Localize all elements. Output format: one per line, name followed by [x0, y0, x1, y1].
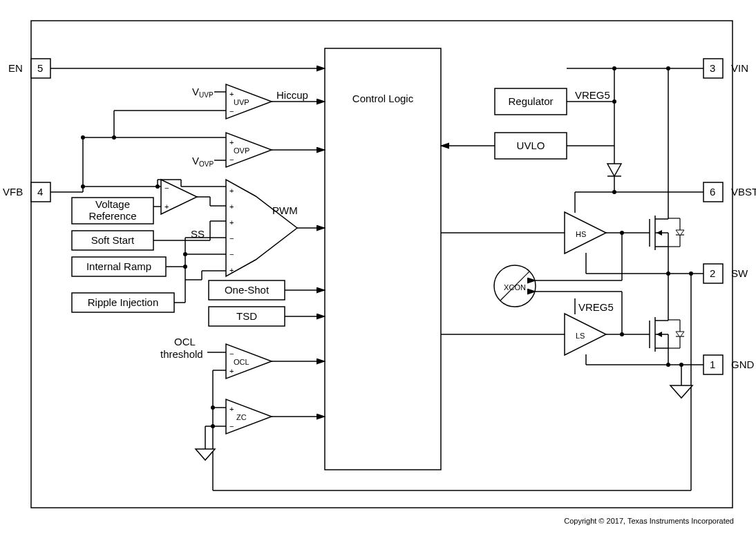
ovp-label: OVP: [234, 146, 249, 155]
svg-text:+: +: [229, 202, 234, 211]
svg-text:−: −: [229, 234, 234, 242]
vuvp-sub: UVP: [199, 91, 214, 99]
ocl-thresh-l2: threshold: [160, 348, 203, 360]
pin-label-sw: SW: [731, 267, 748, 279]
pin-num-vbst: 6: [710, 186, 715, 198]
ripple-injection-label: Ripple Injection: [88, 296, 159, 308]
vreg5-top-label: VREG5: [575, 89, 610, 101]
svg-text:−: −: [164, 184, 169, 192]
pin-num-sw: 2: [710, 267, 715, 279]
svg-text:+: +: [229, 90, 234, 98]
ocl-label: OCL: [234, 358, 249, 366]
svg-text:+: +: [229, 367, 234, 375]
svg-point-128: [679, 363, 683, 367]
vuvp-pre: V: [192, 86, 199, 97]
pin-label-vin: VIN: [731, 62, 748, 74]
uvp-label: UVP: [234, 98, 249, 106]
regulator-label: Regulator: [508, 95, 553, 107]
one-shot-label: One-Shot: [225, 284, 270, 296]
pin-label-vfb: VFB: [3, 186, 23, 198]
svg-text:+: +: [164, 202, 169, 211]
uvlo-label: UVLO: [517, 140, 545, 151]
internal-ramp-label: Internal Ramp: [86, 260, 151, 272]
hs-label: HS: [576, 230, 586, 238]
svg-text:+: +: [229, 138, 234, 146]
zc-label: ZC: [236, 413, 247, 421]
svg-point-126: [666, 363, 670, 367]
tsd-label: TSD: [236, 310, 257, 322]
pwm-label: PWM: [272, 204, 298, 216]
control-logic-label: Control Logic: [352, 93, 414, 104]
pin-label-gnd: GND: [731, 359, 755, 370]
vreg5-mid-label: VREG5: [578, 301, 614, 313]
svg-point-79: [612, 190, 616, 194]
pin-label-vbst: VBST: [731, 186, 756, 198]
pin-num-en: 5: [37, 62, 43, 74]
svg-text:−: −: [229, 107, 234, 115]
vovp-sub: OVP: [199, 160, 214, 168]
svg-text:+: +: [229, 405, 234, 413]
ls-label: LS: [576, 332, 585, 340]
voltage-reference-l2: Reference: [88, 210, 136, 222]
svg-point-23: [81, 184, 85, 189]
hiccup-label: Hiccup: [276, 89, 308, 101]
svg-point-74: [666, 66, 670, 70]
svg-point-21: [112, 135, 116, 140]
pin-num-vfb: 4: [37, 186, 43, 198]
svg-point-88: [620, 231, 624, 235]
svg-point-107: [689, 271, 693, 276]
control-logic-block: [325, 48, 441, 470]
soft-start-label: Soft Start: [91, 234, 135, 246]
svg-point-90: [620, 332, 624, 336]
vovp-pre: V: [192, 155, 199, 166]
voltage-reference-l1: Voltage: [95, 198, 130, 210]
svg-point-39: [155, 184, 160, 189]
svg-point-49: [183, 252, 187, 256]
pin-label-en: EN: [8, 62, 23, 74]
svg-point-60: [211, 406, 215, 410]
svg-text:+: +: [229, 187, 234, 195]
svg-text:−: −: [229, 422, 234, 430]
svg-text:−: −: [229, 250, 234, 258]
ocl-thresh-l1: OCL: [174, 336, 196, 347]
pin-num-vin: 3: [710, 62, 715, 74]
pin-num-gnd: 1: [710, 359, 715, 370]
copyright: Copyright © 2017, Texas Instruments Inco…: [564, 517, 734, 525]
svg-text:−: −: [229, 155, 234, 164]
svg-text:+: +: [229, 266, 234, 274]
svg-point-18: [81, 135, 85, 140]
svg-point-68: [612, 66, 616, 70]
svg-text:+: +: [229, 218, 234, 227]
xcon-label: XCON: [504, 283, 526, 292]
svg-point-50: [183, 265, 187, 269]
svg-text:−: −: [229, 350, 234, 358]
